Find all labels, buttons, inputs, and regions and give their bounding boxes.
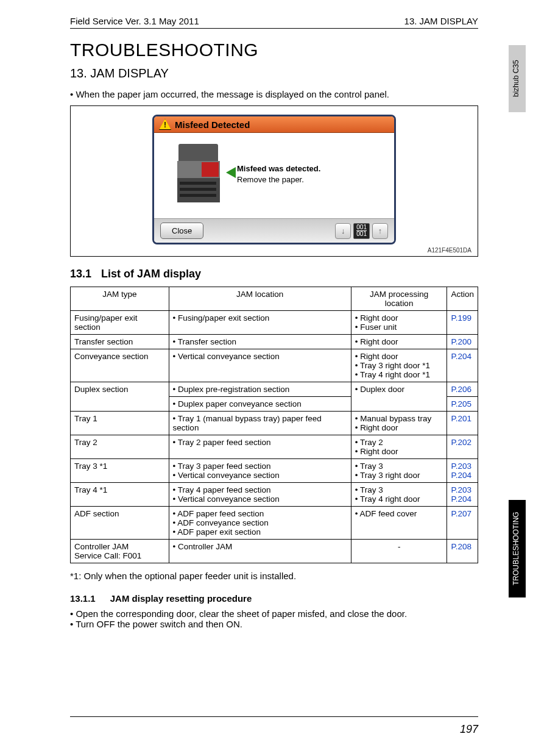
jam-processing: Tray 2Right door [351,435,447,459]
subsection-heading: 13.1List of JAM display [70,268,478,280]
procedure-step: Turn OFF the power switch and then ON. [70,619,478,629]
page-link[interactable]: P.208 [451,542,474,551]
jam-location: Fusing/paper exit section [169,311,351,335]
side-tab-model: bizhub C35 [509,45,526,112]
warning-icon: ! [159,119,171,130]
side-tab-chapter: TROUBLESHOOTING [509,500,526,597]
page-link[interactable]: P.199 [451,313,474,323]
table-header: JAM processing location [351,287,447,311]
jam-type: Fusing/paper exit section [71,311,169,335]
jam-location: Tray 1 (manual bypass tray) paper feed s… [169,412,351,435]
page-link[interactable]: P.205 [451,399,474,408]
panel-message: Misfeed was detected. Remove the paper. [237,163,320,185]
header-left: Field Service Ver. 3.1 May 2011 [70,16,199,26]
table-footnote: *1: Only when the optional paper feeder … [70,571,478,581]
jam-processing: Right doorFuser unit [351,311,447,335]
jam-processing: Right door [351,335,447,349]
jam-type: Conveyance section [71,349,169,382]
jam-location: ADF paper feed sectionADF conveyance sec… [169,507,351,540]
printer-illustration [172,144,227,205]
page-link[interactable]: P.202 [451,438,474,447]
table-header: JAM type [71,287,169,311]
jam-location: Duplex paper conveyance section [169,397,351,412]
page-link[interactable]: P.200 [451,337,474,346]
procedure-steps: Open the corresponding door, clear the s… [70,608,478,629]
jam-processing: Manual bypass trayRight door [351,412,447,435]
subsubsection-heading: 13.1.1JAM display resetting procedure [70,593,478,604]
page-counter: 001 001 [353,223,370,239]
jam-type: Tray 4 *1 [71,483,169,507]
jam-processing: - [351,540,447,563]
jam-type: ADF section [71,507,169,540]
jam-type: Tray 3 *1 [71,459,169,483]
header-right: 13. JAM DISPLAY [404,16,478,26]
jam-processing: Tray 3Tray 4 right door [351,483,447,507]
jam-processing: ADF feed cover [351,507,447,540]
panel-title: Misfeed Detected [175,119,250,130]
page-link[interactable]: P.204 [451,494,474,504]
jam-location: Tray 4 paper feed sectionVertical convey… [169,483,351,507]
jam-type: Tray 2 [71,435,169,459]
page-link[interactable]: P.201 [451,414,474,423]
procedure-step: Open the corresponding door, clear the s… [70,608,478,619]
table-header: JAM location [169,287,351,311]
footer-rule [70,716,478,717]
page-up-button[interactable]: ↑ [372,223,388,239]
page-link[interactable]: P.203 [451,462,474,471]
panel-titlebar: ! Misfeed Detected [154,116,394,133]
control-panel: ! Misfeed Detected Misfeed was detected.… [152,115,396,244]
page-link[interactable]: P.204 [451,352,474,361]
page-link[interactable]: P.206 [451,385,474,394]
section-heading: 13. JAM DISPLAY [70,66,478,80]
jam-type: Transfer section [71,335,169,349]
page-down-button[interactable]: ↓ [335,223,351,239]
panel-screenshot-frame: ! Misfeed Detected Misfeed was detected.… [70,105,478,257]
pager: ↓ 001 001 ↑ [335,223,388,239]
jam-location: Transfer section [169,335,351,349]
jam-processing: Right doorTray 3 right door *1Tray 4 rig… [351,349,447,382]
page-link[interactable]: P.203 [451,485,474,494]
jam-location: Controller JAM [169,540,351,563]
jam-processing: Duplex door [351,382,447,412]
page-title: TROUBLESHOOTING [70,40,478,60]
jam-table: JAM typeJAM locationJAM processing locat… [70,287,478,563]
close-button[interactable]: Close [160,223,203,239]
jam-type: Controller JAMService Call: F001 [71,540,169,563]
jam-location: Duplex pre-registration section [169,382,351,397]
table-header: Action [447,287,478,311]
jam-processing: Tray 3Tray 3 right door [351,459,447,483]
jam-type: Tray 1 [71,412,169,435]
page-number: 197 [460,723,478,736]
jam-type: Duplex section [71,382,169,412]
intro-text: When the paper jam occurred, the message… [70,89,478,99]
image-code: A121F4E501DA [77,247,471,254]
arrow-icon [226,167,236,178]
page-link[interactable]: P.204 [451,471,474,480]
page-link[interactable]: P.207 [451,509,474,518]
jam-location: Tray 3 paper feed sectionVertical convey… [169,459,351,483]
page-header: Field Service Ver. 3.1 May 2011 13. JAM … [70,16,478,29]
jam-location: Vertical conveyance section [169,349,351,382]
jam-location: Tray 2 paper feed section [169,435,351,459]
